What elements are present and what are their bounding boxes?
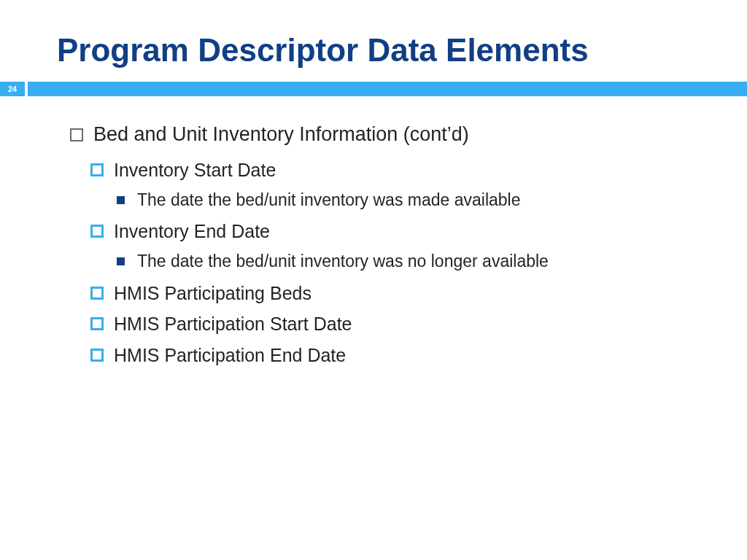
bullet-level3: The date the bed/unit inventory was no l…: [117, 249, 703, 275]
title-ribbon: 24: [0, 82, 747, 96]
bullet-level3: The date the bed/unit inventory was made…: [117, 187, 703, 214]
bullet-level1: Bed and Unit Inventory Information (cont…: [70, 120, 703, 150]
bullet-level2: HMIS Participating Beds: [90, 279, 703, 308]
slide-title: Program Descriptor Data Elements: [0, 0, 747, 82]
bullet-level2: HMIS Participation Start Date: [90, 310, 703, 338]
bullet-level2: Inventory Start Date: [90, 156, 703, 184]
page-number-badge: 24: [0, 82, 28, 96]
slide: Program Descriptor Data Elements 24 Bed …: [0, 0, 747, 560]
bullet-level2: HMIS Participation End Date: [90, 341, 703, 370]
slide-content: Bed and Unit Inventory Information (cont…: [0, 96, 747, 370]
bullet-level2: Inventory End Date: [90, 217, 703, 246]
